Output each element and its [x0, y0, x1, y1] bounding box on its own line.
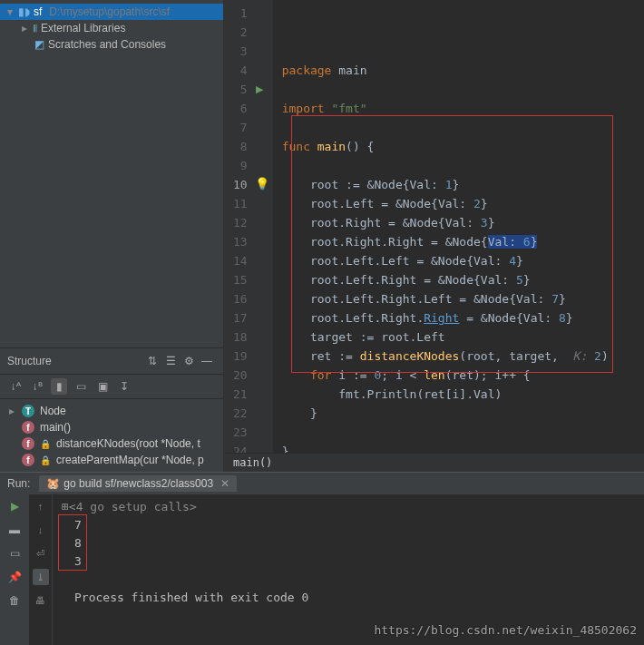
- struct-label: Node: [40, 405, 66, 417]
- editor: 123456789101112131415161718192021222324 …: [224, 0, 644, 472]
- structure-item-main[interactable]: ▸ f main(): [0, 419, 223, 435]
- run-tab[interactable]: 🐹 go build sf/newclass2/class003 ✕: [39, 475, 237, 492]
- scratches-row[interactable]: ◩ Scratches and Consoles: [0, 36, 223, 53]
- code-content[interactable]: package main import "fmt" func main() { …: [273, 0, 644, 453]
- run-label: Run:: [7, 477, 30, 490]
- chevron-down-icon: ▾: [5, 5, 15, 18]
- expand-icon[interactable]: ☰: [161, 352, 180, 370]
- project-path: D:\mysetup\gopath\src\sf: [49, 5, 170, 18]
- trash-icon[interactable]: 🗑: [6, 592, 23, 609]
- external-libraries-label: External Libraries: [41, 22, 125, 34]
- structure-list: ▸ T Node ▸ f main() ▸ f 🔒 distanceKNodes…: [0, 399, 223, 472]
- print-icon[interactable]: 🖶: [33, 592, 49, 609]
- watermark: https://blog.csdn.net/weixin_48502062: [374, 621, 637, 640]
- sort-alpha-icon[interactable]: ↓ᴬ: [7, 378, 24, 395]
- libraries-icon: ⫴: [33, 22, 37, 34]
- console-output[interactable]: ⊞<4 go setup calls> 7 8 3 Process finish…: [53, 494, 644, 645]
- gear-icon[interactable]: ⚙: [180, 352, 198, 370]
- run-marker-icon[interactable]: ▶: [256, 83, 263, 95]
- run-tool-gutter: ▶ ▬ ▭ 📌 🗑: [0, 494, 29, 645]
- show-fields-icon[interactable]: ▮: [51, 378, 67, 395]
- lock-icon: 🔒: [40, 455, 51, 465]
- sort-visibility-icon[interactable]: ↓ᴮ: [29, 378, 45, 395]
- external-libraries-row[interactable]: ▸ ⫴ External Libraries: [0, 20, 223, 36]
- close-icon[interactable]: ✕: [220, 477, 229, 490]
- structure-item-distanceknodes[interactable]: ▸ f 🔒 distanceKNodes(root *Node, t: [0, 435, 223, 452]
- fold-icon[interactable]: ⊞: [62, 500, 69, 513]
- folder-icon: ▮◗: [18, 5, 30, 18]
- show-methods-icon[interactable]: ▭: [73, 378, 89, 395]
- struct-label: main(): [40, 421, 71, 434]
- run-nav-gutter: ↑ ↓ ⏎ ⤓ 🖶: [29, 494, 53, 645]
- pin-icon[interactable]: 📌: [6, 569, 23, 585]
- sort-icon[interactable]: ⇅: [143, 352, 161, 370]
- struct-label: createParentMap(cur *Node, p: [56, 454, 204, 466]
- left-panel: ▾ ▮◗ sf D:\mysetup\gopath\src\sf ▸ ⫴ Ext…: [0, 0, 224, 472]
- function-badge-icon: f: [22, 437, 34, 450]
- structure-item-node[interactable]: ▸ T Node: [0, 403, 223, 419]
- rerun-icon[interactable]: ▶: [6, 498, 23, 514]
- code-area[interactable]: 123456789101112131415161718192021222324 …: [224, 0, 644, 453]
- exit-line: Process finished with exit code 0: [62, 589, 635, 607]
- scratches-label: Scratches and Consoles: [48, 38, 166, 51]
- down-icon[interactable]: ↓: [33, 522, 49, 538]
- up-icon[interactable]: ↑: [33, 498, 49, 514]
- function-badge-icon: f: [22, 454, 34, 466]
- function-badge-icon: f: [22, 421, 34, 434]
- structure-title: Structure: [7, 355, 52, 367]
- structure-toolbar: ↓ᴬ ↓ᴮ ▮ ▭ ▣ ↧: [0, 375, 223, 399]
- line-gutter: 123456789101112131415161718192021222324: [224, 0, 253, 453]
- filter-icon[interactable]: ▣: [94, 378, 111, 395]
- layout-icon[interactable]: ▭: [6, 545, 23, 562]
- bulb-icon[interactable]: 💡: [255, 177, 269, 191]
- chevron-right-icon: ▸: [20, 22, 29, 34]
- output-line: 7: [62, 516, 635, 534]
- run-gutter: ▶ 💡: [253, 0, 273, 453]
- breadcrumb[interactable]: main(): [224, 453, 644, 472]
- run-panel: Run: 🐹 go build sf/newclass2/class003 ✕ …: [0, 472, 644, 645]
- minimize-icon[interactable]: —: [198, 352, 216, 370]
- autoscroll-icon[interactable]: ↧: [116, 378, 132, 395]
- go-icon: 🐹: [46, 477, 60, 490]
- structure-item-createparentmap[interactable]: ▸ f 🔒 createParentMap(cur *Node, p: [0, 452, 223, 468]
- run-tabs: Run: 🐹 go build sf/newclass2/class003 ✕: [0, 473, 644, 494]
- structure-header: Structure ⇅ ☰ ⚙ —: [0, 347, 223, 375]
- type-badge-icon: T: [22, 405, 34, 417]
- project-tree: ▾ ▮◗ sf D:\mysetup\gopath\src\sf ▸ ⫴ Ext…: [0, 0, 223, 56]
- output-line: 8: [62, 534, 635, 552]
- chevron-right-icon: ▸: [7, 405, 16, 417]
- stop-icon[interactable]: ▬: [6, 522, 23, 538]
- struct-label: distanceKNodes(root *Node, t: [56, 437, 200, 450]
- wrap-icon[interactable]: ⏎: [33, 545, 49, 562]
- scratches-icon: ◩: [34, 38, 44, 51]
- run-tab-label: go build sf/newclass2/class003: [63, 477, 213, 490]
- output-line: 3: [62, 552, 635, 571]
- project-root-row[interactable]: ▾ ▮◗ sf D:\mysetup\gopath\src\sf: [0, 4, 223, 20]
- lock-icon: 🔒: [40, 439, 51, 449]
- project-name: sf: [34, 5, 42, 18]
- scroll-end-icon[interactable]: ⤓: [33, 569, 49, 585]
